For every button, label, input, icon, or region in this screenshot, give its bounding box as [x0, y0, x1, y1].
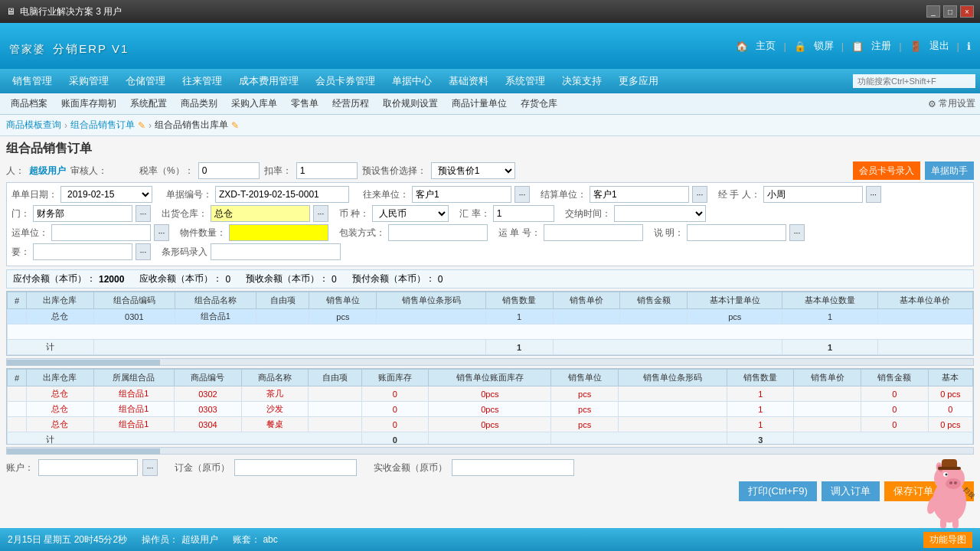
breadcrumb-item-1[interactable]: 商品模板查询 [6, 119, 61, 132]
lower-cell-barcode-2 [618, 402, 727, 417]
nav-search-input[interactable] [853, 74, 975, 88]
table-row[interactable]: 总仓 组合品1 0302 茶几 0 0pcs pcs 1 0 0 pcs [8, 386, 973, 402]
nav-system[interactable]: 系统管理 [498, 71, 553, 91]
subnav-account-init[interactable]: 账面库存期初 [55, 95, 122, 112]
form-row-4: 要： ··· 条形码录入 [11, 243, 969, 260]
subnav-price-rule[interactable]: 取价规则设置 [377, 95, 444, 112]
order-num-input[interactable] [215, 186, 349, 203]
exchange-input[interactable] [493, 205, 554, 222]
actual-amount-input[interactable] [452, 459, 574, 476]
ship-unit-input[interactable] [51, 224, 151, 241]
upper-cell-combo-name: 组合品1 [175, 309, 256, 324]
register-link[interactable]: 注册 [871, 39, 891, 53]
tax-input[interactable] [198, 162, 260, 179]
required-dots-button[interactable]: ··· [136, 243, 151, 260]
order-amount-input[interactable] [234, 459, 357, 476]
discount-input[interactable] [296, 162, 358, 179]
to-unit-dots-button[interactable]: ··· [514, 186, 530, 203]
upper-cell-base-unit: pcs [688, 309, 782, 324]
print-button[interactable]: 打印(Ctrl+F9) [739, 481, 817, 501]
lower-cell-unit-2: pcs [551, 402, 619, 417]
vip-card-button[interactable]: 会员卡号录入 [853, 161, 920, 180]
person-label: 人： [6, 165, 24, 178]
close-button[interactable]: × [960, 5, 974, 18]
out-warehouse-label: 出货仓库： [162, 207, 207, 220]
subnav-inventory[interactable]: 存货仓库 [514, 95, 564, 112]
upper-scroll-thumb[interactable] [7, 360, 160, 366]
nav-voucher[interactable]: 单据中心 [384, 71, 439, 91]
out-warehouse-dots-button[interactable]: ··· [313, 205, 328, 222]
dept-input[interactable] [33, 205, 132, 222]
lower-total-spacer2 [429, 432, 551, 445]
review-label: 审核人： [70, 165, 107, 178]
upper-col-combo-name: 组合品名称 [175, 292, 256, 309]
out-warehouse-input[interactable] [211, 205, 310, 222]
date-select[interactable]: 2019-02-15 [60, 186, 152, 203]
settle-unit-input[interactable] [590, 186, 689, 203]
exit-link[interactable]: 退出 [929, 39, 949, 53]
maximize-button[interactable]: □ [943, 5, 957, 18]
nav-more[interactable]: 更多应用 [611, 71, 666, 91]
import-button[interactable]: 调入订单 [822, 481, 880, 501]
upper-scroll-bar[interactable] [6, 358, 974, 366]
help-map-button[interactable]: 功能导图 [923, 532, 972, 548]
lower-scroll-bar[interactable] [6, 447, 974, 455]
dept-dots-button[interactable]: ··· [136, 205, 151, 222]
remarks-input[interactable] [687, 224, 786, 241]
upper-col-barcode: 销售单位条形码 [377, 292, 485, 309]
handler-input[interactable] [763, 186, 863, 203]
price-select[interactable]: 预设售价1 [431, 162, 515, 179]
required-input[interactable] [33, 243, 132, 260]
ship-unit-dots-button[interactable]: ··· [154, 224, 169, 241]
minimize-button[interactable]: _ [926, 5, 940, 18]
settings-button[interactable]: ⚙ 常用设置 [928, 97, 975, 110]
lower-total-spacer3 [551, 432, 727, 445]
nav-dealings[interactable]: 往来管理 [175, 71, 230, 91]
nav-basic[interactable]: 基础资料 [441, 71, 496, 91]
nav-purchase[interactable]: 采购管理 [61, 71, 116, 91]
nav-sales[interactable]: 销售管理 [5, 71, 60, 91]
account-input[interactable] [38, 459, 138, 476]
settle-unit-dots-button[interactable]: ··· [692, 186, 707, 203]
date-label: 单单日期： [11, 188, 57, 201]
subnav-purchase-in[interactable]: 采购入库单 [225, 95, 283, 112]
nav-warehouse[interactable]: 仓储管理 [118, 71, 173, 91]
lower-total-spacer4 [794, 432, 973, 445]
lower-cell-combo-1: 组合品1 [93, 386, 175, 402]
account-dots-button[interactable]: ··· [142, 459, 158, 476]
nav-member[interactable]: 会员卡券管理 [308, 71, 383, 91]
handler-dots-button[interactable]: ··· [866, 186, 881, 203]
home-link[interactable]: 主页 [756, 39, 776, 53]
lower-cell-price-3 [794, 417, 861, 432]
required-label: 要： [11, 246, 30, 259]
subnav-retail[interactable]: 零售单 [285, 95, 325, 112]
barcode-input[interactable] [211, 243, 341, 260]
subnav-history[interactable]: 经营历程 [326, 95, 375, 112]
pack-input[interactable] [388, 224, 488, 241]
currency-select[interactable]: 人民币 [372, 205, 449, 222]
parts-count-input[interactable] [229, 224, 328, 241]
form-row-3: 运单位： ··· 物件数量： 包装方式： 运 单 号： 说 明： ··· [11, 224, 969, 241]
lower-col-product-name: 商品名称 [241, 370, 309, 386]
ship-no-input[interactable] [544, 224, 643, 241]
lower-col-free: 自由项 [309, 370, 361, 386]
subnav-category[interactable]: 商品类别 [175, 95, 224, 112]
lower-total-label: 计 [8, 432, 94, 445]
table-row[interactable]: 总仓 组合品1 0304 餐桌 0 0pcs pcs 1 0 0 pcs [8, 417, 973, 432]
nav-cost[interactable]: 成本费用管理 [231, 71, 306, 91]
to-unit-input[interactable] [412, 186, 511, 203]
table-row[interactable]: 总仓 0301 组合品1 pcs 1 pcs 1 [8, 309, 973, 324]
lower-cell-amount-3: 0 [861, 417, 929, 432]
lock-link[interactable]: 锁屏 [814, 39, 834, 53]
nav-decision[interactable]: 决策支持 [554, 71, 609, 91]
trade-time-select[interactable] [614, 205, 706, 222]
remarks-dots-button[interactable]: ··· [789, 224, 805, 241]
subnav-config[interactable]: 系统配置 [124, 95, 173, 112]
table-row[interactable]: 总仓 组合品1 0303 沙发 0 0pcs pcs 1 0 0 [8, 402, 973, 417]
breadcrumb-item-2[interactable]: 组合品销售订单 [70, 119, 135, 132]
upper-cell-id [8, 309, 27, 324]
subnav-unit[interactable]: 商品计量单位 [446, 95, 513, 112]
subnav-product-file[interactable]: 商品档案 [5, 95, 54, 112]
help-button[interactable]: 单据助手 [925, 161, 974, 180]
lower-scroll-thumb[interactable] [7, 448, 160, 455]
